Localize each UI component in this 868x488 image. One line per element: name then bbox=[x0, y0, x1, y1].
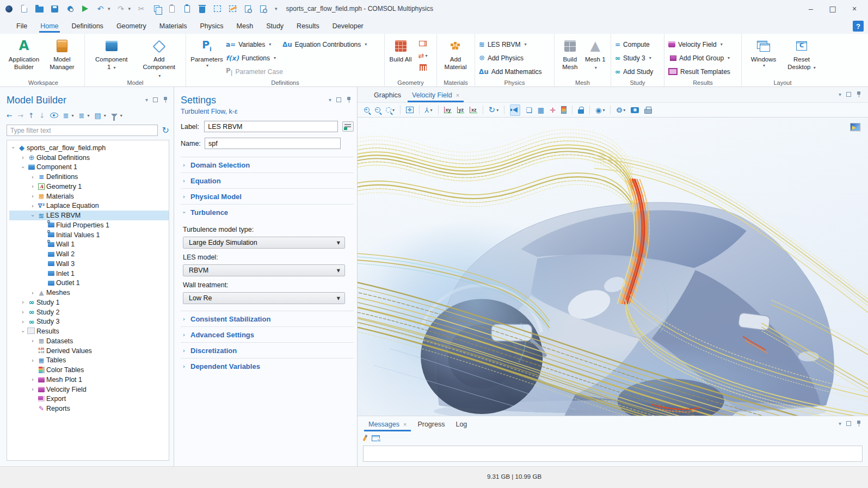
expand-chevron-icon[interactable]: › bbox=[10, 144, 16, 152]
insert-sequence-icon[interactable] bbox=[415, 38, 431, 50]
expand-chevron-icon[interactable]: › bbox=[19, 299, 27, 305]
study-3-button[interactable]: ∞ Study 3▾ bbox=[615, 51, 653, 65]
close-tab-icon[interactable]: × bbox=[456, 92, 459, 98]
section-equation[interactable]: ›Equation bbox=[181, 172, 354, 188]
go-to-view-icon[interactable]: ⅄▾ bbox=[425, 106, 433, 114]
tab-study[interactable]: Study bbox=[260, 20, 290, 34]
build-mesh-button[interactable]: Build Mesh bbox=[558, 36, 582, 71]
clear-messages-icon[interactable] bbox=[362, 435, 367, 441]
reset-desktop-button[interactable]: C Reset Desktop ▾ bbox=[786, 36, 817, 71]
tree-item-export[interactable]: Export bbox=[9, 394, 169, 404]
graphics-viewport[interactable] bbox=[358, 118, 868, 416]
expand-chevron-icon[interactable]: › bbox=[29, 183, 36, 189]
tab-graphics[interactable]: Graphics bbox=[368, 89, 407, 102]
expand-chevron-icon[interactable]: › bbox=[19, 319, 27, 325]
add-component-button[interactable]: Add Component ▾ bbox=[141, 36, 177, 79]
pin-panel-icon[interactable] bbox=[856, 91, 861, 97]
transparency-icon[interactable] bbox=[510, 104, 520, 116]
new-file-icon[interactable] bbox=[20, 4, 29, 14]
forward-icon[interactable]: → bbox=[17, 112, 23, 120]
expand-chevron-icon[interactable]: › bbox=[29, 386, 36, 392]
paste-icon[interactable] bbox=[167, 4, 176, 14]
variables-button[interactable]: a= Variables▾ bbox=[226, 38, 280, 51]
expand-chevron-icon[interactable]: › bbox=[30, 212, 36, 219]
wall-treatment-select[interactable]: Low Re ▼ bbox=[183, 292, 345, 304]
section-advanced-settings[interactable]: ›Advanced Settings bbox=[181, 326, 354, 342]
zoom-box-icon[interactable]: ▾ bbox=[386, 107, 395, 113]
equation-contributions-button[interactable]: Δu Equation Contributions▾ bbox=[282, 38, 367, 51]
tree-item-tables[interactable]: ›▦Tables bbox=[9, 356, 169, 366]
color-legend-icon[interactable] bbox=[561, 106, 567, 114]
tree-item-wall-1[interactable]: DWall 1 bbox=[9, 240, 169, 250]
node-text-dropdown-icon[interactable]: ▾ bbox=[104, 113, 106, 118]
tree-item-reports[interactable]: ✎Reports bbox=[9, 404, 169, 413]
mesh-1-button[interactable]: ▲ Mesh 1 ▾ bbox=[584, 36, 607, 71]
tab-home[interactable]: Home bbox=[34, 20, 65, 34]
filter-icon[interactable] bbox=[111, 114, 118, 118]
redo-dropdown-icon[interactable]: ▾ bbox=[128, 6, 131, 11]
expand-chevron-icon[interactable]: › bbox=[20, 163, 26, 171]
tree-item-fluid-properties-1[interactable]: DFluid Properties 1 bbox=[9, 220, 169, 230]
float-panel-icon[interactable] bbox=[846, 421, 851, 426]
pin-panel-icon[interactable] bbox=[346, 97, 352, 103]
section-consistent-stabilization[interactable]: ›Consistent Stabilization bbox=[181, 311, 354, 326]
run-icon[interactable] bbox=[81, 4, 90, 14]
close-button[interactable]: × bbox=[851, 4, 858, 13]
velocity-field-button[interactable]: Velocity Field▾ bbox=[668, 38, 730, 51]
tab-messages[interactable]: Messages × bbox=[363, 418, 412, 431]
tree-item-meshes[interactable]: ›▲Meshes bbox=[9, 288, 169, 298]
back-icon[interactable]: ← bbox=[7, 112, 13, 120]
image-capture-icon[interactable] bbox=[631, 107, 639, 113]
add-mathematics-button[interactable]: Δu Add Mathematics bbox=[479, 65, 542, 78]
refresh-icon[interactable]: ↻ bbox=[162, 125, 169, 135]
application-logo-icon[interactable] bbox=[4, 4, 14, 14]
maximize-button[interactable]: □ bbox=[829, 4, 836, 13]
panel-menu-icon[interactable]: ▾ bbox=[329, 97, 331, 103]
tab-results[interactable]: Results bbox=[290, 20, 326, 34]
tree-item-definitions[interactable]: ›≡Definitions bbox=[9, 172, 169, 182]
add-material-button[interactable]: Add Material bbox=[441, 36, 470, 71]
tab-physics[interactable]: Physics bbox=[193, 20, 230, 34]
application-builder-button[interactable]: A Application Builder bbox=[6, 36, 42, 71]
section-domain-selection[interactable]: ›Domain Selection bbox=[181, 157, 354, 172]
tab-definitions[interactable]: Definitions bbox=[65, 20, 110, 34]
label-input[interactable] bbox=[204, 121, 338, 132]
tree-item-velocity-field[interactable]: ›Velocity Field bbox=[9, 385, 169, 394]
undo-dropdown-icon[interactable]: ▾ bbox=[108, 6, 110, 11]
tree-item-datasets[interactable]: ›▦Datasets bbox=[9, 336, 169, 346]
tree-item-inlet-1[interactable]: Inlet 1 bbox=[9, 269, 169, 279]
save-preview-icon[interactable] bbox=[65, 4, 75, 14]
zoom-extents-icon[interactable]: ✥ bbox=[406, 107, 414, 113]
collapse-all-icon[interactable]: ≣ bbox=[63, 112, 69, 120]
color-theme-icon[interactable]: ◉▾ bbox=[595, 106, 605, 114]
tree-item-study-2[interactable]: ›∞Study 2 bbox=[9, 307, 169, 317]
tree-item-component-1[interactable]: ›Component 1 bbox=[9, 163, 169, 172]
tree-item-les-rbvm[interactable]: ›≋LES RBVM bbox=[9, 211, 169, 220]
tree-item-materials[interactable]: ›▦Materials bbox=[9, 192, 169, 201]
float-panel-icon[interactable] bbox=[336, 97, 341, 102]
scene-light-icon[interactable]: ❏ bbox=[526, 106, 532, 114]
rotate-icon[interactable]: ↻▾ bbox=[489, 105, 499, 115]
delete-icon[interactable] bbox=[198, 4, 207, 14]
tree-item-study-3[interactable]: ›∞Study 3 bbox=[9, 317, 169, 327]
tree-item-derived-values[interactable]: 8.85e-12Derived Values bbox=[9, 346, 169, 356]
turbulence-model-type-select[interactable]: Large Eddy Simulation ▼ bbox=[183, 237, 345, 249]
grid-icon[interactable]: ▦ bbox=[538, 106, 544, 114]
tab-velocity-field[interactable]: Velocity Field × bbox=[407, 89, 465, 102]
cut-icon[interactable]: ✂ bbox=[137, 4, 146, 14]
filter-dropdown-icon[interactable]: ▾ bbox=[120, 113, 122, 118]
expand-chevron-icon[interactable]: › bbox=[29, 193, 36, 199]
tab-mesh[interactable]: Mesh bbox=[230, 20, 260, 34]
add-plot-group-button[interactable]: Add Plot Group▾ bbox=[668, 51, 730, 65]
tab-geometry[interactable]: Geometry bbox=[110, 20, 153, 34]
tab-materials[interactable]: Materials bbox=[153, 20, 194, 34]
annotation-button[interactable] bbox=[342, 121, 354, 132]
node-text-icon[interactable]: ▤ bbox=[94, 112, 101, 120]
add-physics-button[interactable]: ❊ Add Physics bbox=[479, 51, 542, 65]
collapse-all-dropdown-icon[interactable]: ▾ bbox=[72, 113, 74, 118]
select-box-icon[interactable] bbox=[213, 4, 222, 14]
lock-icon[interactable] bbox=[578, 107, 584, 114]
open-icon[interactable] bbox=[35, 4, 44, 14]
expand-chevron-icon[interactable]: › bbox=[29, 357, 36, 363]
les-model-select[interactable]: RBVM ▼ bbox=[183, 264, 345, 276]
